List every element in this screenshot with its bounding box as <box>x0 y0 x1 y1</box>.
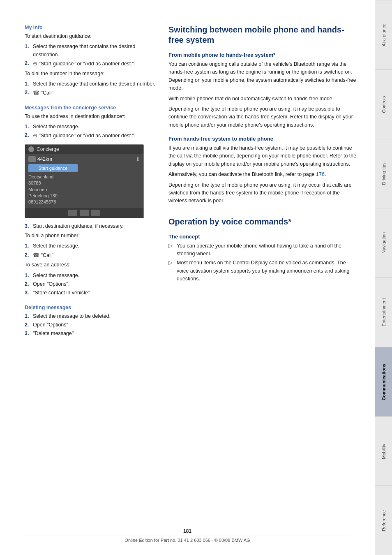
page-ref-link[interactable]: 176 <box>316 171 325 177</box>
left-column: My Info To start destination guidance: 1… <box>25 25 156 539</box>
from-handsfree-text-2: Alternatively, you can deactivate the Bl… <box>168 171 358 178</box>
from-handsfree-text-3: Depending on the type of mobile phone yo… <box>168 181 358 205</box>
switching-heading: Switching between mobile phone and hands… <box>168 25 358 45</box>
screenshot-arrow: ⬇ <box>136 156 140 162</box>
sidebar-item-reference[interactable]: Reference <box>375 486 392 555</box>
list-item: 3. "Delete message" <box>25 330 156 338</box>
list-item: 1. Select the message. <box>25 272 156 280</box>
screenshot-address: Deutschland80788MünchenPetuelring 130089… <box>28 174 140 206</box>
arrow-icon: ▷ <box>168 259 174 283</box>
deleting-heading: Deleting messages <box>25 305 156 310</box>
map-icon <box>28 156 36 162</box>
sidebar-item-at-a-glance[interactable]: At a glance <box>375 0 392 69</box>
concierge-intro: To use the address in destination guidan… <box>25 113 156 120</box>
concept-list: ▷ You can operate your mobile phone with… <box>168 242 358 283</box>
dial-phone-intro: To dial a phone number: <box>25 232 156 240</box>
list-item: 2. "Call" <box>25 251 156 259</box>
concierge-logo-icon <box>28 146 34 152</box>
footer-divider <box>25 536 350 536</box>
list-item: 2. "Start guidance" or "Add as another d… <box>25 132 156 140</box>
list-item: 1. Select the message. <box>25 123 156 131</box>
from-mobile-text-2: With mobile phones that do not automatic… <box>168 95 358 103</box>
sidebar: At a glance Controls Driving tips Naviga… <box>375 0 392 555</box>
sidebar-item-controls[interactable]: Controls <box>375 69 392 139</box>
save-address-steps: 1. Select the message. 2. Open "Options"… <box>25 272 156 297</box>
list-item: 1. Select the message. <box>25 242 156 250</box>
dial-intro: To dial the number in the message: <box>25 70 156 78</box>
screenshot-nav-btn-2 <box>80 210 89 216</box>
list-item: 2. Open "Options". <box>25 321 156 329</box>
sidebar-item-communications[interactable]: Communications <box>375 347 392 416</box>
my-info-intro: To start destination guidance: <box>25 32 156 40</box>
screenshot-nav-btn-3 <box>91 210 100 216</box>
sidebar-item-driving-tips[interactable]: Driving tips <box>375 139 392 208</box>
concierge-screenshot: Concierge 442km ⬇ Start guidance Deutsch… <box>25 144 144 218</box>
from-mobile-text-3: Depending on the type of mobile phone yo… <box>168 105 358 129</box>
screenshot-header: Concierge <box>25 145 143 154</box>
list-item: 3. Start destination guidance, if necess… <box>25 222 156 230</box>
nav-icon <box>33 133 37 139</box>
concierge-heading: Messages from the concierge service <box>25 105 156 111</box>
nav-icon <box>33 61 37 67</box>
list-item: ▷ You can operate your mobile phone with… <box>168 242 358 258</box>
list-item: 3. "Store contact in vehicle" <box>25 289 156 297</box>
my-info-heading: My Info <box>25 25 156 30</box>
km-value: 442km <box>37 156 52 162</box>
page-footer: 181 Online Edition for Part no. 01 41 2 … <box>0 528 375 543</box>
list-item: ▷ Most menu items on the Control Display… <box>168 259 358 283</box>
call-icon <box>33 252 39 258</box>
screenshot-title: Concierge <box>37 146 59 152</box>
sidebar-item-navigation[interactable]: Navigation <box>375 208 392 278</box>
list-item: 1. Select the message to be deleted. <box>25 312 156 320</box>
list-item: 1. Select the message that contains the … <box>25 43 156 59</box>
operation-heading: Operation by voice commands* <box>168 217 358 227</box>
from-mobile-subheading: From mobile phone to hands-free system* <box>168 52 358 58</box>
dial-steps: 1. Select the message that contains the … <box>25 80 156 97</box>
save-address-intro: To save an address: <box>25 261 156 269</box>
start-guidance-btn: Start guidance <box>28 164 78 172</box>
page-number: 181 <box>0 528 375 534</box>
list-item: 2. "Start guidance" or "Add as another d… <box>25 60 156 68</box>
list-item: 2. Open "Options". <box>25 280 156 288</box>
my-info-steps-1: 1. Select the message that contains the … <box>25 43 156 68</box>
dial-phone-steps: 1. Select the message. 2. "Call" <box>25 242 156 259</box>
step-3-list: 3. Start destination guidance, if necess… <box>25 222 156 230</box>
list-item: 1. Select the message that contains the … <box>25 80 156 88</box>
deleting-steps: 1. Select the message to be deleted. 2. … <box>25 312 156 338</box>
from-mobile-text-1: You can continue ongoing calls outside o… <box>168 60 358 92</box>
screenshot-nav-row <box>25 208 143 218</box>
screenshot-km-row: 442km ⬇ <box>28 156 140 162</box>
sidebar-item-entertainment[interactable]: Entertainment <box>375 278 392 347</box>
sidebar-item-mobility[interactable]: Mobility <box>375 416 392 486</box>
call-icon <box>33 90 39 96</box>
concept-subheading: The concept <box>168 234 358 240</box>
screenshot-nav-btn-1 <box>68 210 77 216</box>
list-item: 2. "Call" <box>25 89 156 97</box>
screenshot-body: 442km ⬇ Start guidance Deutschland80788M… <box>25 154 143 208</box>
arrow-icon: ▷ <box>168 242 174 258</box>
concierge-steps-1: 1. Select the message. 2. "Start guidanc… <box>25 123 156 140</box>
from-handsfree-subheading: From hands-free system to mobile phone <box>168 136 358 142</box>
right-column: Switching between mobile phone and hands… <box>168 25 358 539</box>
from-handsfree-text-1: If you are making a call via the hands-f… <box>168 144 358 168</box>
footer-text: Online Edition for Part no. 01 41 2 603 … <box>0 538 375 543</box>
